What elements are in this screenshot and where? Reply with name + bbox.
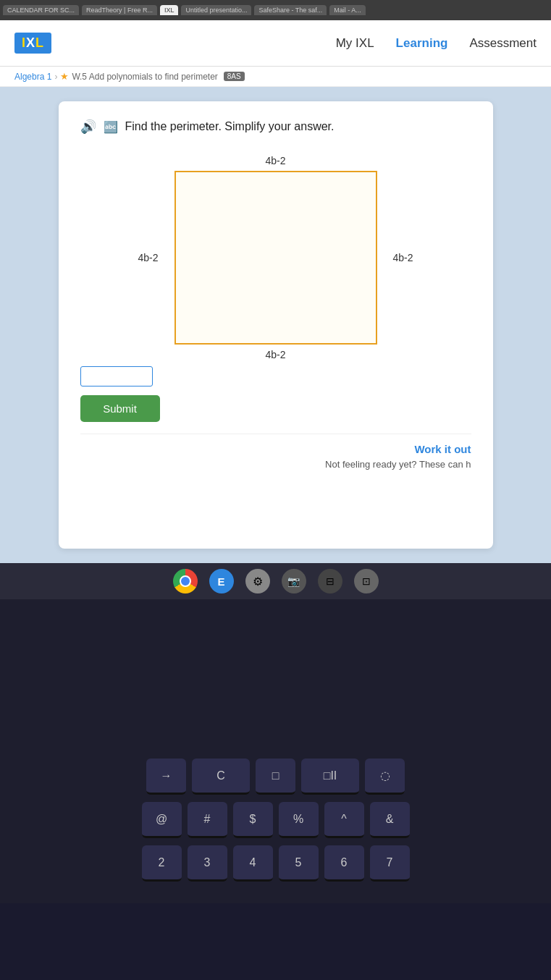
audio-icon[interactable]: 🔊 — [80, 119, 96, 135]
key-4[interactable]: 4 — [233, 845, 273, 882]
favorite-icon[interactable]: ★ — [60, 71, 69, 82]
not-ready-text: Not feeling ready yet? These can h — [80, 459, 471, 470]
tab-presentation[interactable]: Untitled presentatio... — [181, 5, 251, 15]
nav-links: My IXL Learning Assessment — [336, 36, 537, 51]
key-3[interactable]: 3 — [188, 845, 227, 882]
work-it-out-section: Work it out Not feeling ready yet? These… — [80, 434, 471, 470]
rectangle-wrapper: 4b-2 4b-2 4b-2 4b-2 — [174, 171, 377, 345]
translate-icon[interactable]: 🔤 — [104, 120, 118, 134]
key-ampersand[interactable]: & — [370, 802, 410, 838]
taskbar: E ⚙ 📷 ⊟ ⊡ — [0, 563, 551, 599]
rectangle-shape — [174, 171, 377, 345]
key-tab[interactable]: → — [146, 759, 186, 795]
label-right: 4b-2 — [392, 252, 413, 263]
key-window[interactable]: □II — [301, 759, 359, 795]
skill-badge: 8AS — [224, 72, 245, 81]
key-percent[interactable]: % — [279, 802, 319, 838]
answer-input[interactable] — [80, 366, 153, 386]
email-icon[interactable]: E — [209, 569, 234, 594]
screenshot-icon[interactable]: 📷 — [282, 569, 306, 594]
tab-safeshare[interactable]: SafeShare - The saf... — [254, 5, 327, 15]
key-at[interactable]: @ — [142, 802, 182, 838]
keyboard-area: → C □ □II ◌ @ # $ % ^ & 2 3 4 5 6 7 — [0, 599, 551, 903]
keyboard-row-1: → C □ □II ◌ — [0, 759, 551, 795]
tab-calendar[interactable]: CALENDAR FOR SC... — [3, 5, 79, 15]
key-square[interactable]: □ — [256, 759, 295, 795]
breadcrumb: Algebra 1 › ★ W.5 Add polynomials to fin… — [0, 67, 551, 87]
answer-section: Submit — [80, 366, 471, 422]
key-dollar[interactable]: $ — [233, 802, 273, 838]
ixl-navbar: IXL My IXL Learning Assessment — [0, 20, 551, 67]
tab-readtheory[interactable]: ReadTheory | Free R... — [82, 5, 157, 15]
browser-tabs: CALENDAR FOR SC... ReadTheory | Free R..… — [0, 0, 551, 20]
label-bottom: 4b-2 — [265, 349, 285, 360]
label-top: 4b-2 — [265, 155, 285, 166]
question-card: 🔊 🔤 Find the perimeter. Simplify your an… — [59, 101, 493, 549]
nav-assessment[interactable]: Assessment — [469, 36, 537, 51]
nav-my-ixl[interactable]: My IXL — [336, 36, 374, 51]
diagram-container: 4b-2 4b-2 4b-2 4b-2 — [80, 149, 471, 352]
submit-button[interactable]: Submit — [80, 395, 160, 422]
work-it-out-link[interactable]: Work it out — [414, 443, 471, 455]
key-2[interactable]: 2 — [142, 845, 182, 882]
nav-learning[interactable]: Learning — [396, 36, 448, 51]
question-header: 🔊 🔤 Find the perimeter. Simplify your an… — [80, 119, 471, 135]
key-caret[interactable]: ^ — [324, 802, 364, 838]
settings-icon[interactable]: ⚙ — [245, 569, 270, 594]
key-circle[interactable]: ◌ — [365, 759, 405, 795]
breadcrumb-current: W.5 Add polynomials to find perimeter — [72, 72, 217, 82]
ixl-logo[interactable]: IXL — [14, 33, 51, 54]
key-6[interactable]: 6 — [324, 845, 364, 882]
chrome-icon[interactable] — [173, 569, 198, 594]
tab-mail[interactable]: Mail - A... — [329, 5, 366, 15]
breadcrumb-parent[interactable]: Algebra 1 — [14, 72, 51, 82]
breadcrumb-separator: › — [54, 72, 57, 82]
key-hash[interactable]: # — [188, 802, 227, 838]
logo-x: X — [26, 35, 35, 50]
cast-icon[interactable]: ⊡ — [354, 569, 379, 594]
main-content: 🔊 🔤 Find the perimeter. Simplify your an… — [0, 87, 551, 563]
label-left: 4b-2 — [138, 252, 159, 263]
keyboard-row-2: @ # $ % ^ & — [0, 802, 551, 838]
browser-window: IXL My IXL Learning Assessment Algebra 1… — [0, 20, 551, 599]
question-text: Find the perimeter. Simplify your answer… — [125, 120, 335, 133]
keyboard-row-3: 2 3 4 5 6 7 — [0, 845, 551, 882]
window-manager-icon[interactable]: ⊟ — [318, 569, 342, 594]
logo-l: L — [35, 35, 44, 50]
tab-ixl[interactable]: IXL — [160, 5, 179, 15]
key-5[interactable]: 5 — [279, 845, 319, 882]
key-c[interactable]: C — [192, 759, 250, 795]
key-7[interactable]: 7 — [370, 845, 410, 882]
